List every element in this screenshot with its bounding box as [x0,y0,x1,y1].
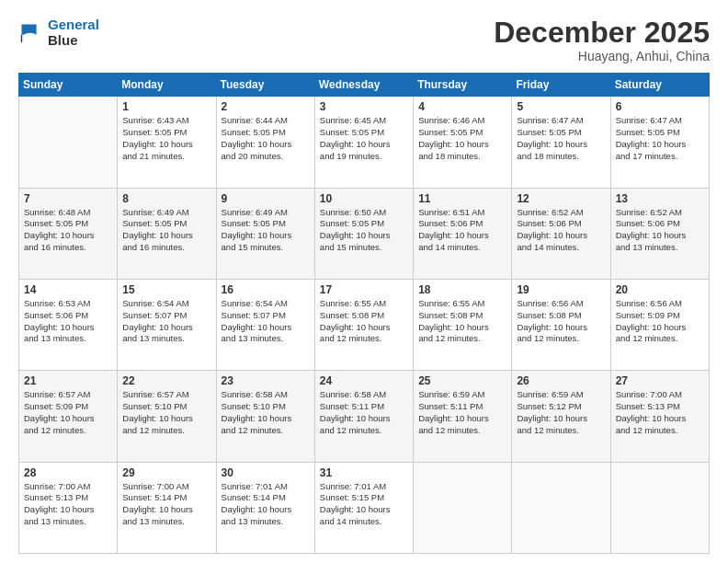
title-block: December 2025 Huayang, Anhui, China [494,17,710,63]
calendar-cell: 6Sunrise: 6:47 AM Sunset: 5:05 PM Daylig… [610,97,709,188]
logo: General Blue [18,17,99,48]
calendar-weekday-saturday: Saturday [610,74,709,97]
day-number: 26 [517,374,605,387]
calendar-week-row: 14Sunrise: 6:53 AM Sunset: 5:06 PM Dayli… [19,279,710,370]
day-number: 4 [418,100,506,113]
day-number: 13 [616,192,704,205]
calendar-cell [19,97,118,188]
day-info: Sunrise: 6:45 AM Sunset: 5:05 PM Dayligh… [320,115,408,162]
day-number: 31 [320,466,408,479]
day-info: Sunrise: 7:01 AM Sunset: 5:14 PM Dayligh… [222,481,310,528]
day-info: Sunrise: 6:43 AM Sunset: 5:05 PM Dayligh… [122,115,210,162]
logo-text: General Blue [48,17,99,48]
day-number: 14 [24,283,112,296]
day-info: Sunrise: 6:56 AM Sunset: 5:09 PM Dayligh… [616,298,704,345]
day-number: 22 [122,374,210,387]
day-number: 7 [24,192,112,205]
logo-icon [18,19,44,45]
day-number: 30 [222,466,310,479]
day-number: 10 [320,192,408,205]
calendar-cell: 17Sunrise: 6:55 AM Sunset: 5:08 PM Dayli… [314,279,413,370]
calendar-cell: 18Sunrise: 6:55 AM Sunset: 5:08 PM Dayli… [414,279,512,370]
calendar-cell: 31Sunrise: 7:01 AM Sunset: 5:15 PM Dayli… [314,462,413,553]
day-number: 5 [517,100,605,113]
day-number: 6 [616,100,704,113]
calendar-weekday-sunday: Sunday [19,74,118,97]
calendar-cell: 23Sunrise: 6:58 AM Sunset: 5:10 PM Dayli… [216,371,314,462]
day-info: Sunrise: 6:58 AM Sunset: 5:11 PM Dayligh… [320,389,408,436]
day-info: Sunrise: 6:58 AM Sunset: 5:10 PM Dayligh… [222,389,310,436]
day-info: Sunrise: 6:46 AM Sunset: 5:05 PM Dayligh… [418,115,506,162]
calendar-cell: 30Sunrise: 7:01 AM Sunset: 5:14 PM Dayli… [216,462,314,553]
calendar: SundayMondayTuesdayWednesdayThursdayFrid… [18,73,710,554]
day-info: Sunrise: 7:00 AM Sunset: 5:14 PM Dayligh… [122,481,210,528]
calendar-cell: 25Sunrise: 6:59 AM Sunset: 5:11 PM Dayli… [414,371,512,462]
calendar-week-row: 21Sunrise: 6:57 AM Sunset: 5:09 PM Dayli… [19,371,710,462]
calendar-weekday-tuesday: Tuesday [216,74,314,97]
day-info: Sunrise: 6:55 AM Sunset: 5:08 PM Dayligh… [320,298,408,345]
day-info: Sunrise: 6:59 AM Sunset: 5:12 PM Dayligh… [517,389,605,436]
day-info: Sunrise: 6:59 AM Sunset: 5:11 PM Dayligh… [418,389,506,436]
calendar-cell: 1Sunrise: 6:43 AM Sunset: 5:05 PM Daylig… [118,97,216,188]
day-number: 23 [222,374,310,387]
day-info: Sunrise: 6:49 AM Sunset: 5:05 PM Dayligh… [122,207,210,254]
calendar-week-row: 28Sunrise: 7:00 AM Sunset: 5:13 PM Dayli… [19,462,710,553]
day-info: Sunrise: 6:52 AM Sunset: 5:06 PM Dayligh… [616,207,704,254]
calendar-cell: 27Sunrise: 7:00 AM Sunset: 5:13 PM Dayli… [610,371,709,462]
day-number: 16 [222,283,310,296]
day-number: 25 [418,374,506,387]
day-number: 8 [122,192,210,205]
calendar-cell: 8Sunrise: 6:49 AM Sunset: 5:05 PM Daylig… [118,188,216,279]
day-info: Sunrise: 6:49 AM Sunset: 5:05 PM Dayligh… [222,207,310,254]
day-number: 24 [320,374,408,387]
day-info: Sunrise: 6:52 AM Sunset: 5:06 PM Dayligh… [517,207,605,254]
calendar-cell: 22Sunrise: 6:57 AM Sunset: 5:10 PM Dayli… [118,371,216,462]
calendar-cell [610,462,709,553]
calendar-cell [512,462,610,553]
day-info: Sunrise: 7:00 AM Sunset: 5:13 PM Dayligh… [24,481,112,528]
day-number: 28 [24,466,112,479]
calendar-weekday-wednesday: Wednesday [314,74,413,97]
day-info: Sunrise: 6:51 AM Sunset: 5:06 PM Dayligh… [418,207,506,254]
day-info: Sunrise: 6:44 AM Sunset: 5:05 PM Dayligh… [222,115,310,162]
day-info: Sunrise: 6:57 AM Sunset: 5:09 PM Dayligh… [24,389,112,436]
day-info: Sunrise: 7:00 AM Sunset: 5:13 PM Dayligh… [616,389,704,436]
calendar-cell: 13Sunrise: 6:52 AM Sunset: 5:06 PM Dayli… [610,188,709,279]
day-number: 9 [222,192,310,205]
calendar-weekday-thursday: Thursday [414,74,512,97]
calendar-cell: 16Sunrise: 6:54 AM Sunset: 5:07 PM Dayli… [216,279,314,370]
day-info: Sunrise: 6:48 AM Sunset: 5:05 PM Dayligh… [24,207,112,254]
calendar-cell: 10Sunrise: 6:50 AM Sunset: 5:05 PM Dayli… [314,188,413,279]
day-number: 17 [320,283,408,296]
calendar-cell: 26Sunrise: 6:59 AM Sunset: 5:12 PM Dayli… [512,371,610,462]
calendar-weekday-monday: Monday [118,74,216,97]
day-number: 1 [122,100,210,113]
day-number: 21 [24,374,112,387]
day-number: 15 [122,283,210,296]
calendar-cell: 7Sunrise: 6:48 AM Sunset: 5:05 PM Daylig… [19,188,118,279]
calendar-cell: 11Sunrise: 6:51 AM Sunset: 5:06 PM Dayli… [414,188,512,279]
day-number: 12 [517,192,605,205]
calendar-cell: 5Sunrise: 6:47 AM Sunset: 5:05 PM Daylig… [512,97,610,188]
day-number: 11 [418,192,506,205]
month-title: December 2025 [494,17,710,49]
calendar-cell [414,462,512,553]
page: General Blue December 2025 Huayang, Anhu… [0,0,728,563]
calendar-cell: 20Sunrise: 6:56 AM Sunset: 5:09 PM Dayli… [610,279,709,370]
day-info: Sunrise: 6:54 AM Sunset: 5:07 PM Dayligh… [222,298,310,345]
calendar-cell: 29Sunrise: 7:00 AM Sunset: 5:14 PM Dayli… [118,462,216,553]
calendar-cell: 28Sunrise: 7:00 AM Sunset: 5:13 PM Dayli… [19,462,118,553]
day-info: Sunrise: 6:57 AM Sunset: 5:10 PM Dayligh… [122,389,210,436]
calendar-cell: 24Sunrise: 6:58 AM Sunset: 5:11 PM Dayli… [314,371,413,462]
calendar-cell: 12Sunrise: 6:52 AM Sunset: 5:06 PM Dayli… [512,188,610,279]
header: General Blue December 2025 Huayang, Anhu… [18,17,710,63]
day-number: 27 [616,374,704,387]
calendar-cell: 9Sunrise: 6:49 AM Sunset: 5:05 PM Daylig… [216,188,314,279]
day-number: 18 [418,283,506,296]
day-info: Sunrise: 7:01 AM Sunset: 5:15 PM Dayligh… [320,481,408,528]
calendar-cell: 3Sunrise: 6:45 AM Sunset: 5:05 PM Daylig… [314,97,413,188]
day-number: 3 [320,100,408,113]
day-info: Sunrise: 6:56 AM Sunset: 5:08 PM Dayligh… [517,298,605,345]
day-info: Sunrise: 6:47 AM Sunset: 5:05 PM Dayligh… [616,115,704,162]
calendar-cell: 14Sunrise: 6:53 AM Sunset: 5:06 PM Dayli… [19,279,118,370]
